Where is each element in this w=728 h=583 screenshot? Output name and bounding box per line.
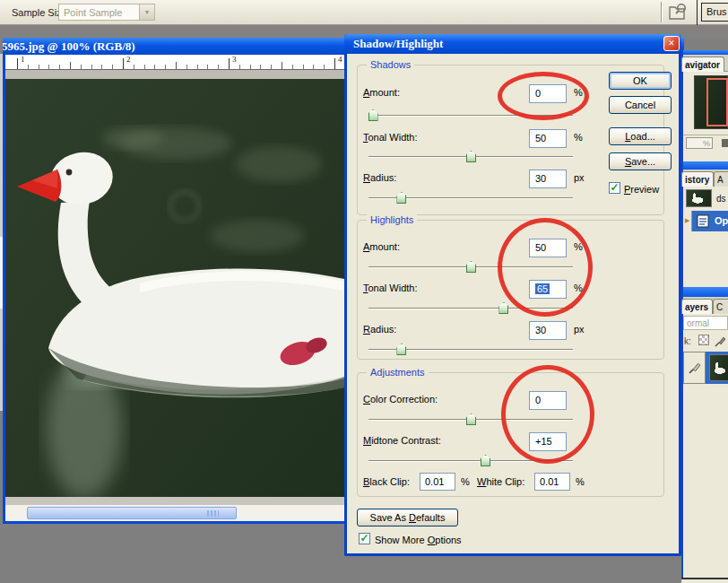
highlights-amount-slider[interactable]	[368, 261, 573, 274]
white-clip-label: White Clip:	[477, 476, 524, 487]
history-state-label: Op	[715, 215, 728, 226]
navigator-view-box[interactable]	[706, 78, 728, 126]
history-state-row[interactable]: ▶ Op	[683, 211, 728, 231]
dialog-title: Shadow/Highlight	[353, 37, 443, 50]
tab-layers[interactable]: ayers	[681, 299, 713, 314]
tab-brushes[interactable]: Brus	[701, 3, 728, 22]
slider-track	[368, 308, 573, 309]
slider-thumb[interactable]	[466, 413, 476, 425]
swan-photo	[5, 79, 344, 497]
slider-thumb[interactable]	[396, 192, 406, 204]
snapshot-thumbnail	[686, 189, 712, 207]
slider-thumb[interactable]	[396, 344, 406, 355]
chevron-down-icon[interactable]: ▼	[139, 4, 154, 20]
highlights-group: Highlights Amount: 50 % Tonal Width: 65 …	[357, 220, 664, 360]
unit-label: %	[576, 476, 585, 487]
shadows-amount-field[interactable]: 0	[529, 84, 567, 103]
ruler-number: 2	[126, 55, 131, 64]
tool-options-bar: Sample Size: Point Sample ▼ Brus	[0, 0, 728, 25]
shadows-amount-label: Amount:	[363, 87, 400, 98]
layers-title-bar[interactable]	[683, 287, 728, 297]
palette-well: Brus	[697, 0, 728, 25]
midtone-contrast-field[interactable]: +15	[529, 432, 567, 451]
color-correction-slider[interactable]	[368, 413, 573, 426]
unit-label: %	[574, 132, 583, 143]
shadows-group-label: Shadows	[367, 59, 414, 70]
highlights-radius-slider[interactable]	[368, 344, 573, 356]
shadows-tonal-width-field[interactable]: 50	[529, 129, 567, 148]
midtone-contrast-slider[interactable]	[368, 455, 573, 467]
navigator-zoom-slider-icon[interactable]	[722, 139, 728, 147]
slider-thumb[interactable]	[368, 109, 378, 121]
lock-transparency-icon[interactable]	[698, 335, 709, 345]
shadows-radius-slider[interactable]	[368, 192, 573, 204]
slider-thumb[interactable]	[466, 261, 476, 273]
highlights-amount-field[interactable]: 50	[529, 239, 567, 257]
sample-size-dropdown[interactable]: Point Sample ▼	[58, 4, 155, 21]
show-more-options-label: Show More Options	[375, 535, 462, 545]
scrollbar-grip	[207, 510, 219, 517]
scrollbar-thumb[interactable]	[27, 507, 237, 519]
layer-thumbnail[interactable]	[709, 354, 728, 381]
color-correction-field[interactable]: 0	[529, 391, 567, 410]
slider-thumb[interactable]	[466, 151, 476, 162]
unit-label: %	[574, 283, 583, 293]
navigator-thumbnail[interactable]	[694, 75, 728, 129]
layer-row[interactable]	[683, 352, 728, 384]
layers-lock-row: k:	[683, 332, 728, 350]
sample-size-value: Point Sample	[64, 7, 122, 18]
history-title-bar[interactable]	[683, 161, 728, 170]
navigator-panel: avigator %	[681, 50, 728, 161]
shadows-tonal-width-label: Tonal Width:	[363, 132, 418, 143]
show-more-options-checkbox[interactable]: ✓	[359, 533, 370, 544]
active-layer-brush-icon[interactable]	[683, 352, 706, 384]
black-clip-label: Black Clip:	[363, 476, 410, 487]
preview-checkbox[interactable]: ✓	[609, 182, 620, 194]
close-icon[interactable]: ×	[663, 36, 680, 51]
slider-track	[368, 115, 573, 117]
white-clip-field[interactable]: 0.01	[534, 473, 570, 491]
slider-thumb[interactable]	[498, 302, 508, 314]
tab-history[interactable]: istory	[681, 171, 714, 187]
history-snapshot-row[interactable]: ds	[683, 187, 728, 211]
adjustments-group: Adjustments Color Correction: 0 Midtone …	[357, 372, 664, 497]
tab-channels[interactable]: C	[713, 299, 728, 314]
load-button[interactable]: Load...	[609, 127, 672, 145]
highlights-radius-label: Radius:	[363, 324, 396, 335]
slider-thumb[interactable]	[481, 455, 490, 466]
file-browser-icon[interactable]	[667, 2, 689, 23]
unit-label: %	[574, 241, 583, 252]
slider-track	[368, 460, 573, 462]
layers-panel: C ayers ormal k:	[681, 287, 728, 578]
highlights-radius-field[interactable]: 30	[529, 321, 567, 340]
highlights-group-label: Highlights	[367, 214, 417, 225]
ruler-number: 3	[232, 55, 237, 64]
highlights-amount-label: Amount:	[363, 241, 400, 252]
history-brush-icon[interactable]: ▶	[683, 211, 692, 231]
highlights-tonal-width-field[interactable]: 65	[529, 280, 567, 299]
photoshop-workspace: { "options_bar": { "sample_size_label": …	[0, 0, 728, 583]
history-panel: A istory ds ▶ Op	[681, 161, 728, 287]
shadows-radius-field[interactable]: 30	[529, 170, 567, 188]
shadows-amount-slider[interactable]	[368, 109, 573, 122]
blend-mode-dropdown[interactable]: ormal	[683, 316, 728, 330]
dialog-title-bar[interactable]: Shadow/Highlight ×	[344, 34, 681, 54]
navigator-zoom-field[interactable]: %	[686, 137, 713, 149]
black-clip-field[interactable]: 0.01	[420, 473, 455, 491]
cancel-button[interactable]: Cancel	[609, 96, 672, 114]
save-as-defaults-button[interactable]: Save As Defaults	[357, 509, 458, 526]
highlights-tonal-width-label: Tonal Width:	[363, 283, 418, 293]
save-button[interactable]: Save...	[609, 152, 672, 170]
midtone-contrast-label: Midtone Contrast:	[363, 435, 441, 446]
tab-actions[interactable]: A	[714, 171, 728, 187]
shadows-radius-label: Radius:	[363, 172, 396, 183]
tab-navigator[interactable]: avigator	[681, 57, 724, 72]
unit-label: px	[574, 324, 585, 335]
ruler-number: 1	[21, 55, 25, 64]
toolbar-separator	[661, 2, 663, 22]
lock-paint-icon[interactable]	[715, 335, 727, 347]
shadows-tonal-width-slider[interactable]	[368, 151, 573, 163]
panel-footer	[681, 579, 728, 583]
ok-button[interactable]: OK	[609, 72, 672, 90]
highlights-tonal-width-slider[interactable]	[368, 302, 573, 315]
